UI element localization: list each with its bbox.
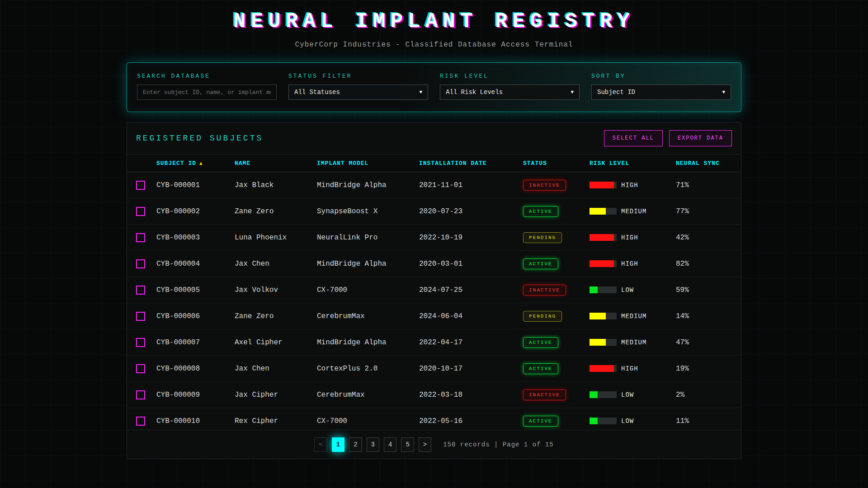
- implant-model-cell: CX-7000: [317, 286, 419, 294]
- row-checkbox[interactable]: [136, 364, 145, 373]
- risk-level-label: HIGH: [621, 365, 638, 372]
- row-checkbox[interactable]: [136, 417, 145, 426]
- table-actions: SELECT ALL EXPORT DATA: [604, 130, 732, 146]
- status-filter-value: All Statuses: [294, 89, 340, 96]
- row-checkbox[interactable]: [136, 338, 145, 347]
- column-header-label: STATUS: [523, 160, 547, 167]
- row-checkbox[interactable]: [136, 233, 145, 242]
- risk-meter-track: [590, 339, 617, 346]
- installation-date-cell: 2024-06-04: [419, 312, 523, 320]
- row-checkbox[interactable]: [136, 181, 145, 190]
- risk-meter-track: [590, 234, 617, 241]
- table-row: CYB-000003Luna PhoenixNeuralLink Pro2022…: [127, 225, 741, 251]
- app-header: NEURAL IMPLANT REGISTRY CyberCorp Indust…: [0, 0, 868, 49]
- filter-panel: SEARCH DATABASE STATUS FILTER All Status…: [127, 62, 741, 112]
- page-button-4[interactable]: 4: [384, 437, 396, 452]
- implant-model-cell: CortexPlus 2.0: [317, 365, 419, 373]
- chevron-down-icon: ▼: [419, 89, 422, 95]
- column-header-label: IMPLANT MODEL: [317, 160, 368, 167]
- neural-sync-cell: 82%: [676, 260, 741, 268]
- page-button-5[interactable]: 5: [401, 437, 414, 452]
- status-cell: ACTIVE: [523, 258, 590, 269]
- risk-level-label: MEDIUM: [621, 208, 646, 215]
- column-header-installation-date[interactable]: INSTALLATION DATE: [419, 160, 523, 167]
- status-badge: PENDING: [523, 232, 562, 243]
- installation-date-cell: 2020-10-17: [419, 365, 523, 373]
- name-cell: Jax Chen: [235, 260, 317, 268]
- installation-date-cell: 2022-04-17: [419, 338, 523, 347]
- previous-page-button[interactable]: <: [314, 437, 327, 452]
- column-header-name[interactable]: NAME: [235, 160, 317, 167]
- row-checkbox[interactable]: [136, 286, 145, 295]
- risk-meter-fill: [590, 418, 598, 424]
- column-header-implant-model[interactable]: IMPLANT MODEL: [317, 160, 419, 167]
- sort-ascending-icon: ▲: [199, 161, 203, 166]
- implant-model-cell: MindBridge Alpha: [317, 260, 419, 268]
- name-cell: Jax Chen: [235, 365, 317, 373]
- risk-level-cell: HIGH: [590, 260, 676, 267]
- column-header-subject-id[interactable]: SUBJECT ID▲: [156, 160, 235, 167]
- risk-level-cell: HIGH: [590, 234, 676, 241]
- sort-by-value: Subject ID: [597, 89, 635, 96]
- installation-date-cell: 2022-03-18: [419, 391, 523, 399]
- status-badge: INACTIVE: [523, 285, 566, 296]
- pager-buttons: <12345>: [314, 437, 431, 452]
- risk-meter-track: [590, 391, 617, 398]
- page-button-1[interactable]: 1: [332, 437, 344, 452]
- row-checkbox[interactable]: [136, 312, 145, 321]
- name-cell: Jax Cipher: [235, 391, 317, 399]
- table-panel-header: REGISTERED SUBJECTS SELECT ALL EXPORT DA…: [127, 122, 741, 154]
- neural-sync-cell: 47%: [676, 338, 741, 347]
- implant-model-cell: NeuralLink Pro: [317, 234, 419, 242]
- risk-filter-select[interactable]: All Risk Levels ▼: [440, 84, 580, 100]
- subject-id-cell: CYB-000006: [156, 312, 235, 320]
- risk-level-cell: MEDIUM: [590, 208, 676, 215]
- subject-id-cell: CYB-000001: [156, 181, 235, 189]
- row-checkbox[interactable]: [136, 259, 145, 268]
- row-checkbox[interactable]: [136, 207, 145, 216]
- row-checkbox-cell: [127, 364, 156, 373]
- risk-level-label: MEDIUM: [621, 339, 646, 346]
- risk-meter-track: [590, 313, 617, 319]
- name-cell: Axel Cipher: [235, 338, 317, 347]
- page-button-2[interactable]: 2: [349, 437, 362, 452]
- neural-sync-cell: 19%: [676, 365, 741, 373]
- installation-date-cell: 2020-03-01: [419, 260, 523, 268]
- implant-model-cell: MindBridge Alpha: [317, 338, 419, 347]
- installation-date-cell: 2021-11-01: [419, 181, 523, 189]
- implant-model-cell: CerebrumMax: [317, 391, 419, 399]
- status-cell: INACTIVE: [523, 180, 590, 191]
- page-button-3[interactable]: 3: [367, 437, 379, 452]
- implant-model-cell: SynapseBoost X: [317, 207, 419, 216]
- neural-sync-cell: 2%: [676, 391, 741, 399]
- neural-implant-registry-app: NEURAL IMPLANT REGISTRY CyberCorp Indust…: [0, 0, 868, 488]
- column-header-neural-sync[interactable]: NEURAL SYNC: [676, 160, 741, 167]
- risk-level-label: HIGH: [621, 260, 638, 267]
- table-rows: CYB-000001Jax BlackMindBridge Alpha2021-…: [127, 172, 741, 430]
- risk-filter-label: RISK LEVEL: [440, 73, 580, 80]
- page-subtitle: CyberCorp Industries - Classified Databa…: [0, 41, 868, 49]
- status-cell: ACTIVE: [523, 206, 590, 217]
- installation-date-cell: 2022-10-19: [419, 234, 523, 242]
- row-checkbox-cell: [127, 312, 156, 321]
- next-page-button[interactable]: >: [419, 437, 431, 452]
- export-data-button[interactable]: EXPORT DATA: [669, 130, 732, 146]
- search-label: SEARCH DATABASE: [137, 73, 277, 80]
- search-input[interactable]: [137, 84, 277, 100]
- table-row: CYB-000008Jax ChenCortexPlus 2.02020-10-…: [127, 356, 741, 382]
- select-all-button[interactable]: SELECT ALL: [604, 130, 663, 146]
- risk-level-label: MEDIUM: [621, 313, 646, 320]
- column-header-label: NAME: [235, 160, 250, 167]
- row-checkbox-cell: [127, 207, 156, 216]
- column-header-status[interactable]: STATUS: [523, 160, 590, 167]
- risk-level-cell: MEDIUM: [590, 339, 676, 346]
- column-header-risk-level[interactable]: RISK LEVEL: [590, 160, 676, 167]
- risk-meter-fill: [590, 365, 614, 372]
- pagination-summary: 150 records | Page 1 of 15: [443, 441, 553, 448]
- row-checkbox[interactable]: [136, 390, 145, 399]
- sort-by-select[interactable]: Subject ID ▼: [591, 84, 731, 100]
- status-filter-select[interactable]: All Statuses ▼: [288, 84, 428, 100]
- table-row: CYB-000010Rex CipherCX-70002022-05-16ACT…: [127, 408, 741, 430]
- row-checkbox-cell: [127, 233, 156, 242]
- risk-meter-fill: [590, 260, 614, 267]
